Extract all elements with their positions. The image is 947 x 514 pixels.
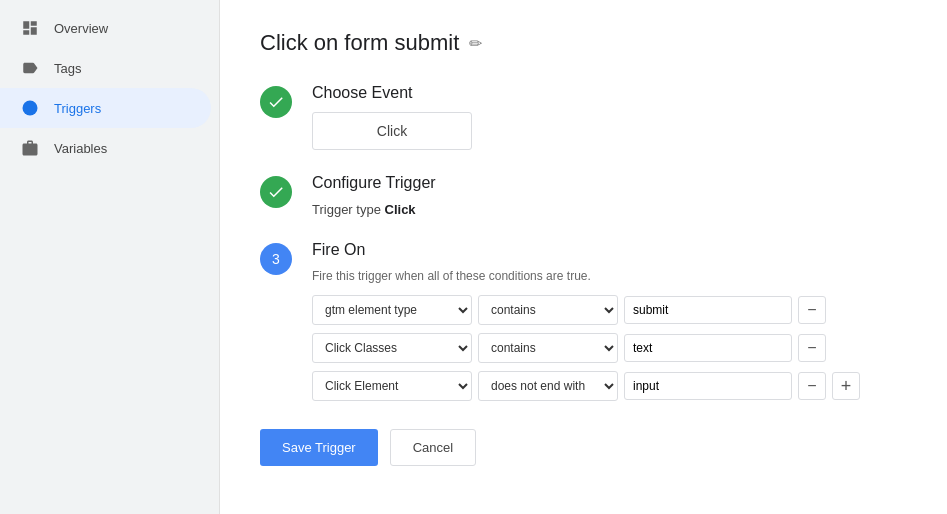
step-configure-trigger: Configure Trigger Trigger type Click	[260, 174, 907, 217]
sidebar-item-tags-label: Tags	[54, 61, 81, 76]
condition1-value-input[interactable]	[624, 296, 792, 324]
step2-title: Configure Trigger	[312, 174, 907, 192]
condition1-field-select[interactable]: gtm element type Click Classes Click Ele…	[312, 295, 472, 325]
variables-icon	[20, 138, 40, 158]
overview-icon	[20, 18, 40, 38]
sidebar-item-triggers[interactable]: Triggers	[0, 88, 211, 128]
condition3-remove-button[interactable]: −	[798, 372, 826, 400]
page-title: Click on form submit	[260, 30, 459, 56]
condition1-remove-button[interactable]: −	[798, 296, 826, 324]
step2-indicator	[260, 176, 292, 208]
step-choose-event: Choose Event Click	[260, 84, 907, 150]
step3-indicator: 3	[260, 243, 292, 275]
sidebar-item-variables[interactable]: Variables	[0, 128, 211, 168]
step1-indicator	[260, 86, 292, 118]
checkmark-icon	[267, 93, 285, 111]
triggers-icon	[20, 98, 40, 118]
action-buttons: Save Trigger Cancel	[260, 429, 907, 466]
condition-row-2: gtm element type Click Classes Click Ele…	[312, 333, 907, 363]
condition2-value-input[interactable]	[624, 334, 792, 362]
sidebar-item-triggers-label: Triggers	[54, 101, 101, 116]
step3-content: Fire On Fire this trigger when all of th…	[312, 241, 907, 401]
condition2-operator-select[interactable]: contains equals starts with ends with do…	[478, 333, 618, 363]
tags-icon	[20, 58, 40, 78]
sidebar-item-tags[interactable]: Tags	[0, 48, 211, 88]
sidebar: Overview Tags Triggers Variables	[0, 0, 220, 514]
condition1-operator-select[interactable]: contains equals starts with ends with do…	[478, 295, 618, 325]
edit-icon[interactable]: ✏	[469, 34, 482, 53]
main-content: Click on form submit ✏ Choose Event Clic…	[220, 0, 947, 514]
trigger-type-value: Click	[385, 202, 416, 217]
step2-content: Configure Trigger Trigger type Click	[312, 174, 907, 217]
cancel-button[interactable]: Cancel	[390, 429, 476, 466]
step1-content: Choose Event Click	[312, 84, 907, 150]
condition-row-3: gtm element type Click Classes Click Ele…	[312, 371, 907, 401]
save-trigger-button[interactable]: Save Trigger	[260, 429, 378, 466]
sidebar-item-variables-label: Variables	[54, 141, 107, 156]
step3-title: Fire On	[312, 241, 907, 259]
click-event-button[interactable]: Click	[312, 112, 472, 150]
condition3-value-input[interactable]	[624, 372, 792, 400]
step-fire-on: 3 Fire On Fire this trigger when all of …	[260, 241, 907, 401]
condition3-operator-select[interactable]: contains equals starts with ends with do…	[478, 371, 618, 401]
sidebar-item-overview-label: Overview	[54, 21, 108, 36]
fire-on-desc: Fire this trigger when all of these cond…	[312, 269, 907, 283]
step1-title: Choose Event	[312, 84, 907, 102]
checkmark2-icon	[267, 183, 285, 201]
trigger-type-text: Trigger type Click	[312, 202, 907, 217]
sidebar-item-overview[interactable]: Overview	[0, 8, 211, 48]
svg-point-0	[23, 101, 38, 116]
condition-row-1: gtm element type Click Classes Click Ele…	[312, 295, 907, 325]
condition2-field-select[interactable]: gtm element type Click Classes Click Ele…	[312, 333, 472, 363]
page-title-row: Click on form submit ✏	[260, 30, 907, 56]
condition3-field-select[interactable]: gtm element type Click Classes Click Ele…	[312, 371, 472, 401]
trigger-type-prefix: Trigger type	[312, 202, 381, 217]
step3-number: 3	[272, 251, 280, 267]
conditions-container: gtm element type Click Classes Click Ele…	[312, 295, 907, 401]
add-condition-button[interactable]: +	[832, 372, 860, 400]
condition2-remove-button[interactable]: −	[798, 334, 826, 362]
